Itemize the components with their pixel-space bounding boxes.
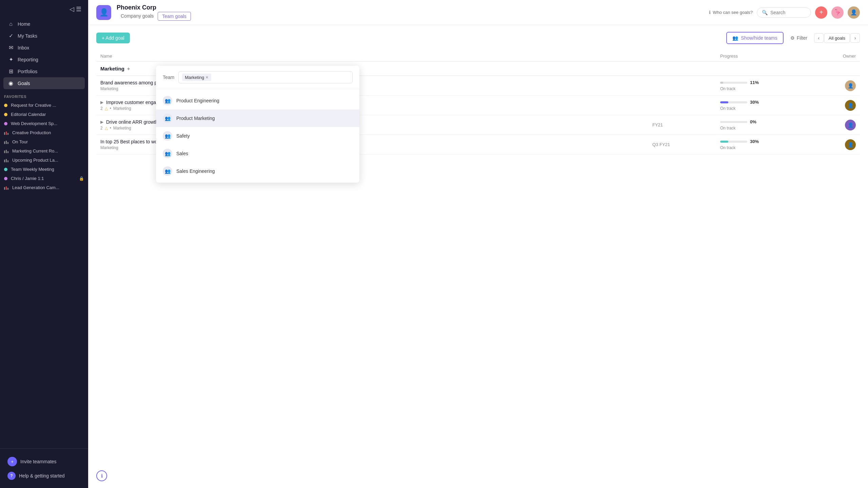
sidebar-item-web-development[interactable]: Web Development Sp... [0, 119, 88, 128]
invite-teammates-button[interactable]: + Invite teammates [3, 454, 85, 469]
sidebar: ◁ ☰ ⌂ Home ✓ My Tasks ✉ Inbox ✦ Reportin… [0, 0, 88, 488]
col-name: Name [100, 54, 652, 59]
tag-label: Marketing [185, 75, 204, 80]
favorites-item-label: Request for Creative ... [11, 103, 56, 108]
goal-period: FY21 [652, 122, 720, 127]
expand-icon[interactable]: ▶ [100, 120, 103, 124]
add-goal-label: + Add goal [102, 35, 124, 41]
dropdown-item-sales-engineering[interactable]: 👥 Sales Engineering [156, 162, 359, 180]
search-input[interactable] [770, 10, 806, 15]
dropdown-item-product-marketing[interactable]: 👥 Product Marketing [156, 109, 359, 127]
main-content: 👤 Phoenix Corp Company goals Team goals … [88, 0, 868, 488]
filter-label: Filter [797, 35, 807, 41]
favorites-item-label: Team Weekly Meeting [11, 167, 54, 172]
progress-cell: 30% On track [720, 100, 788, 111]
goal-team: Marketing [113, 106, 131, 111]
sidebar-item-creative-production[interactable]: Creative Production [0, 128, 88, 137]
dot-icon [4, 177, 7, 180]
tag-input-area[interactable]: Marketing × [178, 71, 353, 83]
expand-icon[interactable]: ▶ [100, 100, 103, 105]
dropdown-item-label: Safety [176, 133, 190, 139]
bar-chart-icon [4, 140, 9, 144]
progress-percent: 0% [750, 119, 756, 124]
sidebar-item-marketing-current[interactable]: Marketing Current Ro... [0, 146, 88, 156]
reporting-icon: ✦ [7, 56, 14, 63]
owner-cell: 👤 [788, 120, 856, 130]
sidebar-item-on-tour[interactable]: On Tour [0, 137, 88, 146]
user-avatar[interactable]: 👤 [848, 6, 860, 19]
who-can-see-label: Who can see goals? [713, 10, 753, 15]
info-icon: ℹ [709, 10, 711, 15]
progress-status: On track [720, 126, 788, 130]
info-button[interactable]: ℹ [96, 470, 107, 481]
bar-chart-icon [4, 149, 9, 153]
progress-fill [720, 141, 728, 143]
sidebar-bottom: + Invite teammates ? Help & getting star… [0, 448, 88, 488]
prev-arrow[interactable]: ‹ [814, 33, 824, 43]
progress-fill [720, 82, 723, 84]
tag-remove-button[interactable]: × [205, 75, 208, 80]
sidebar-item-lead-generation[interactable]: Lead Generation Cam... [0, 183, 88, 192]
child-count: 2 [100, 126, 103, 130]
workspace-logo: 👤 [96, 5, 111, 20]
sidebar-item-inbox[interactable]: ✉ Inbox [3, 42, 85, 54]
progress-bar-wrap: 30% [720, 100, 788, 105]
search-icon: 🔍 [762, 10, 768, 15]
favorites-item-label: Lead Generation Cam... [12, 185, 59, 190]
dot-icon [4, 104, 7, 107]
sidebar-item-label: Reporting [18, 57, 38, 62]
sidebar-item-request-creative[interactable]: Request for Creative ... [0, 101, 88, 110]
bar-chart-icon [4, 186, 9, 190]
team-icon: 👥 [163, 166, 172, 176]
dropdown-item-safety[interactable]: 👥 Safety [156, 127, 359, 145]
help-button[interactable]: ? Help & getting started [3, 469, 85, 483]
progress-status: On track [720, 86, 788, 91]
tab-team-goals[interactable]: Team goals [158, 12, 191, 21]
team-search-input[interactable] [213, 75, 273, 80]
progress-fill [720, 101, 728, 103]
tab-company-goals[interactable]: Company goals [117, 12, 158, 21]
add-button[interactable]: + [815, 6, 827, 19]
toolbar-right: 👥 Show/hide teams ⚙ Filter ‹ All goals › [726, 32, 860, 44]
plus-icon: + [819, 8, 823, 16]
owner-cell: 👤 [788, 80, 856, 91]
show-hide-teams-button[interactable]: 👥 Show/hide teams [726, 32, 783, 44]
dropdown-item-sales[interactable]: 👥 Sales [156, 145, 359, 162]
sidebar-item-reporting[interactable]: ✦ Reporting [3, 54, 85, 65]
sidebar-item-portfolios[interactable]: ⊞ Portfolios [3, 65, 85, 77]
filter-button[interactable]: ⚙ Filter [786, 33, 811, 43]
owner-avatar: 👤 [845, 80, 856, 91]
dropdown-item-product-engineering[interactable]: 👥 Product Engineering [156, 92, 359, 109]
col-progress: Progress [720, 54, 788, 59]
sidebar-item-goals[interactable]: ◉ Goals [3, 77, 85, 89]
sidebar-item-chris-jamie[interactable]: Chris / Jamie 1:1 🔒 [0, 174, 88, 183]
section-add-icon[interactable]: + [127, 66, 130, 72]
goals-icon: ◉ [7, 80, 14, 86]
progress-cell: 30% On track [720, 139, 788, 150]
sidebar-item-label: My Tasks [18, 33, 37, 39]
next-arrow[interactable]: › [850, 33, 860, 43]
sidebar-item-upcoming-product[interactable]: Upcoming Product La... [0, 156, 88, 165]
dropdown-item-label: Sales Engineering [176, 168, 215, 174]
flamingo-icon: 🦩 [834, 9, 841, 16]
who-can-see-goals[interactable]: ℹ Who can see goals? [709, 10, 753, 15]
sidebar-item-my-tasks[interactable]: ✓ My Tasks [3, 30, 85, 42]
warning-icon: △ [105, 106, 108, 111]
dropdown-item-label: Product Marketing [176, 116, 215, 121]
dropdown-item-label: Product Engineering [176, 98, 219, 103]
search-box[interactable]: 🔍 [757, 7, 811, 18]
lock-icon: 🔒 [79, 176, 84, 181]
owner-cell: 👤 [788, 100, 856, 111]
sidebar-toggle[interactable]: ◁ ☰ [0, 0, 88, 18]
progress-cell: 0% On track [720, 119, 788, 130]
sidebar-item-home[interactable]: ⌂ Home [3, 18, 85, 30]
header: 👤 Phoenix Corp Company goals Team goals … [88, 0, 868, 25]
sidebar-item-editorial-calendar[interactable]: Editorial Calendar [0, 110, 88, 119]
add-goal-button[interactable]: + Add goal [96, 33, 130, 43]
sidebar-item-label: Portfolios [18, 69, 37, 74]
all-goals-button[interactable]: All goals [824, 33, 850, 43]
child-count: 2 [100, 106, 103, 111]
team-icon: 👥 [163, 131, 172, 141]
sidebar-item-team-weekly[interactable]: Team Weekly Meeting [0, 165, 88, 174]
notification-icon[interactable]: 🦩 [831, 6, 844, 19]
